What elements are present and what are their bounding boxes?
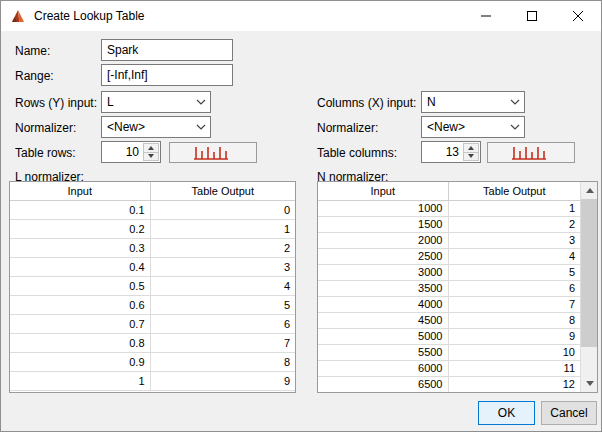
table-row: 0.32 [10, 238, 295, 257]
table-cell[interactable]: 7 [448, 296, 580, 312]
table-cell[interactable]: 0.2 [10, 219, 150, 238]
table-cell[interactable]: 2500 [318, 248, 448, 264]
table-cell[interactable]: 5000 [318, 328, 448, 344]
row-breakpoints-button[interactable] [169, 142, 257, 163]
name-input[interactable] [101, 39, 233, 61]
table-cell[interactable]: 6 [448, 280, 580, 296]
table-rows-spinner[interactable] [101, 141, 161, 163]
table-row: 650012 [318, 376, 580, 392]
cols-input-label: Columns (X) input: [317, 96, 416, 110]
table-cell[interactable]: 1 [150, 219, 295, 238]
table-cols-spinner[interactable] [421, 141, 481, 163]
table-row: 15002 [318, 216, 580, 232]
table-cell[interactable]: 0.9 [10, 352, 150, 371]
right-normalizer-table: Input Table Output 100011500220003250043… [317, 181, 598, 393]
table-cell[interactable]: 3 [448, 232, 580, 248]
scrollbar-thumb[interactable] [581, 199, 598, 347]
spinner-buttons [463, 143, 479, 161]
column-header-input[interactable]: Input [10, 182, 150, 200]
table-cell[interactable]: 0.7 [10, 314, 150, 333]
vertical-scrollbar[interactable] [580, 182, 597, 392]
table-cell[interactable]: 6000 [318, 360, 448, 376]
table-cell[interactable]: 0.3 [10, 238, 150, 257]
cols-input-dropdown[interactable]: N [421, 91, 525, 113]
table-cell[interactable]: 1500 [318, 216, 448, 232]
table-cell[interactable]: 5 [150, 295, 295, 314]
table-cell[interactable]: 9 [448, 328, 580, 344]
table-cell[interactable]: 11 [448, 360, 580, 376]
table-cell[interactable]: 3 [150, 257, 295, 276]
table-row: 0.76 [10, 314, 295, 333]
table-rows-label: Table rows: [15, 146, 76, 160]
close-icon[interactable] [555, 1, 601, 31]
table-cell[interactable]: 1 [10, 371, 150, 390]
breakpoints-icon [192, 145, 234, 160]
dialog-body: Name: Range: Rows (Y) input: L Columns (… [1, 31, 601, 431]
left-normalizer-table: Input Table Output 0.100.210.320.430.540… [9, 181, 296, 393]
table-cell[interactable]: 2000 [318, 232, 448, 248]
table-cell[interactable]: 4 [448, 248, 580, 264]
table-cell[interactable]: 0.1 [10, 200, 150, 219]
table-cell[interactable]: 0.8 [10, 333, 150, 352]
col-normalizer-label: Normalizer: [317, 121, 378, 135]
table-row: 25004 [318, 248, 580, 264]
table-cell[interactable]: 2 [448, 216, 580, 232]
column-header-table-output[interactable]: Table Output [150, 182, 295, 200]
row-normalizer-dropdown[interactable]: <New> [101, 116, 211, 138]
table-cell[interactable]: 9 [150, 371, 295, 390]
table-header-row: Input Table Output [10, 182, 295, 200]
table-cell[interactable]: 2 [150, 238, 295, 257]
maximize-icon[interactable] [509, 1, 555, 31]
rows-input-label: Rows (Y) input: [15, 96, 97, 110]
table-cell[interactable]: 1 [448, 200, 580, 216]
table-cell[interactable]: 1000 [318, 200, 448, 216]
minimize-icon[interactable] [463, 1, 509, 31]
table-cell[interactable]: 10 [448, 344, 580, 360]
table-cell[interactable]: 5 [448, 264, 580, 280]
table-row: 600011 [318, 360, 580, 376]
table-cell[interactable]: 6 [150, 314, 295, 333]
spinner-up-icon[interactable] [463, 143, 479, 153]
table-header-row: Input Table Output [318, 182, 580, 200]
spinner-buttons [143, 143, 159, 161]
cancel-button[interactable]: Cancel [541, 401, 597, 425]
table-cell[interactable]: 4000 [318, 296, 448, 312]
table-cell[interactable]: 0 [150, 200, 295, 219]
table-row: 0.10 [10, 200, 295, 219]
rows-input-dropdown[interactable]: L [101, 91, 211, 113]
table-cell[interactable]: 8 [448, 312, 580, 328]
table-row: 40007 [318, 296, 580, 312]
column-header-input[interactable]: Input [318, 182, 448, 200]
table-cell[interactable]: 0.6 [10, 295, 150, 314]
table-row: 0.98 [10, 352, 295, 371]
table-cell[interactable]: 0.5 [10, 276, 150, 295]
col-normalizer-dropdown[interactable]: <New> [421, 116, 525, 138]
range-label: Range: [15, 69, 54, 83]
spinner-down-icon[interactable] [143, 153, 159, 162]
rows-input-value: L [107, 95, 114, 109]
chevron-down-icon [506, 99, 524, 105]
table-row: 30005 [318, 264, 580, 280]
create-lookup-table-dialog: Create Lookup Table Name: Range: Rows (Y [0, 0, 602, 432]
col-breakpoints-button[interactable] [487, 142, 575, 163]
matlab-icon [10, 8, 26, 24]
scroll-down-icon[interactable] [581, 375, 598, 392]
table-cell[interactable]: 5500 [318, 344, 448, 360]
table-cell[interactable]: 3500 [318, 280, 448, 296]
scroll-up-icon[interactable] [581, 182, 598, 199]
ok-button[interactable]: OK [478, 401, 535, 425]
table-cell[interactable]: 6500 [318, 376, 448, 392]
table-cell[interactable]: 4500 [318, 312, 448, 328]
spinner-down-icon[interactable] [463, 153, 479, 162]
table-row: 0.54 [10, 276, 295, 295]
spinner-up-icon[interactable] [143, 143, 159, 153]
table-cell[interactable]: 4 [150, 276, 295, 295]
table-cell[interactable]: 7 [150, 333, 295, 352]
table-cell[interactable]: 0.4 [10, 257, 150, 276]
range-input[interactable] [101, 64, 233, 86]
table-cell[interactable]: 12 [448, 376, 580, 392]
table-cell[interactable]: 8 [150, 352, 295, 371]
column-header-table-output[interactable]: Table Output [448, 182, 580, 200]
table-cell[interactable]: 3000 [318, 264, 448, 280]
row-normalizer-label: Normalizer: [15, 121, 76, 135]
